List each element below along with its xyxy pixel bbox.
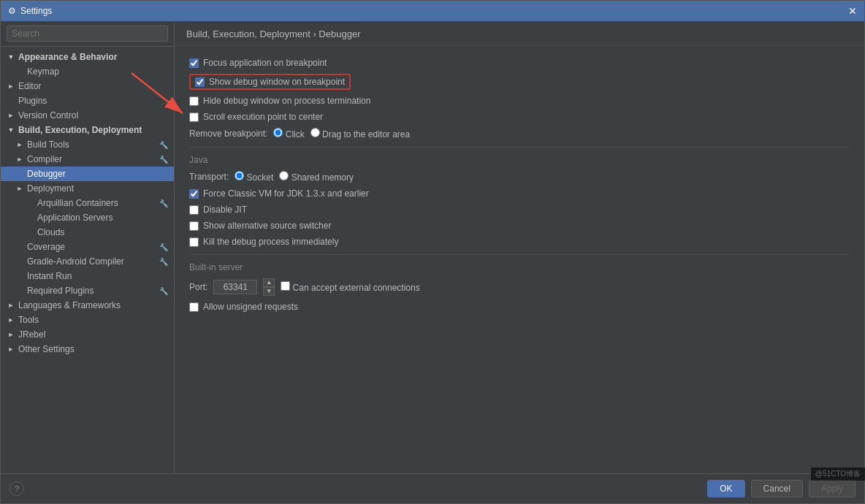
sidebar-item-label-jrebel: JRebel [18,329,45,340]
sidebar-item-build-execution[interactable]: ▼Build, Execution, Deployment [1,123,174,137]
sidebar-item-label-version-control: Version Control [18,110,78,121]
close-button[interactable]: ✕ [848,5,857,17]
rb-drag-label[interactable]: Drag to the editor area [310,128,410,140]
sidebar-item-label-tools: Tools [18,315,39,325]
java-text-force-classic: Force Classic VM for JDK 1.3.x and earli… [203,188,369,199]
settings-panel: Focus application on breakpointShow debu… [175,46,864,473]
sidebar-item-icon-build-tools: 🔧 [159,141,168,149]
java-label-disable-jit[interactable]: Disable JIT [189,205,247,215]
sidebar-item-version-control[interactable]: ►Version Control [1,108,174,123]
text-focus-app: Focus application on breakpoint [203,58,327,68]
sidebar-item-clouds[interactable]: Clouds [1,225,174,240]
cancel-button[interactable]: Cancel [751,480,803,497]
can-accept-text: Can accept external connections [293,283,420,293]
settings-icon: ⚙ [8,6,16,16]
java-label-force-classic[interactable]: Force Classic VM for JDK 1.3.x and earli… [189,188,369,199]
rb-drag-text: Drag to the editor area [322,129,410,140]
checkbox-hide-debug-window[interactable] [189,96,199,106]
sidebar-item-label-instant-run: Instant Run [27,271,72,281]
java-checkbox-kill-debug[interactable] [189,237,199,247]
sidebar-item-required-plugins[interactable]: Required Plugins🔧 [1,283,174,298]
tree-arrow-build-execution: ▼ [7,126,15,134]
sidebar-item-keymap[interactable]: Keymap [1,64,174,79]
sidebar-item-jrebel[interactable]: ►JRebel [1,327,174,342]
search-box [1,21,174,47]
remove-breakpoint-label: Remove breakpoint: [189,129,267,139]
highlighted-wrapper-show-debug-window: Show debug window on breakpoint [189,74,351,90]
setting-row-hide-debug-window: Hide debug window on process termination [189,93,850,109]
sidebar-item-label-build-tools: Build Tools [27,140,69,150]
sidebar-item-label-arquillian: Arquillian Containers [37,198,118,208]
sidebar-item-instant-run[interactable]: Instant Run [1,269,174,283]
java-checkbox-show-alt-source[interactable] [189,221,199,231]
help-button[interactable]: ? [9,481,24,496]
tree-arrow-build-tools: ► [15,141,24,148]
sidebar-item-icon-compiler: 🔧 [159,156,168,164]
shared-memory-text: Shared memory [291,172,354,183]
sidebar-item-arquillian[interactable]: Arquillian Containers🔧 [1,196,174,210]
port-up-button[interactable]: ▲ [263,278,275,287]
rb-click-text: Click [286,129,305,140]
rb-drag-radio[interactable] [310,128,320,137]
sidebar-item-label-app-servers: Application Servers [37,213,113,223]
rb-click-radio[interactable] [273,128,283,137]
java-setting-row-kill-debug: Kill the debug process immediately [189,234,850,250]
label-scroll-exec[interactable]: Scroll execution point to center [189,112,323,122]
sidebar-item-coverage[interactable]: Coverage🔧 [1,240,174,254]
text-scroll-exec: Scroll execution point to center [203,112,323,122]
can-accept-label[interactable]: Can accept external connections [281,281,419,293]
sidebar-item-label-gradle-android: Gradle-Android Compiler [27,256,124,267]
builtin-server-section-label: Built-in server [189,254,850,275]
main-content-area: ▼Appearance & BehaviorKeymap►EditorPlugi… [1,21,864,473]
allow-unsigned-checkbox[interactable] [189,302,199,312]
sidebar-item-tools[interactable]: ►Tools [1,313,174,327]
settings-window: ⚙ Settings ✕ ▼Appearance & BehaviorKeyma… [0,0,865,504]
socket-label[interactable]: Socket [235,171,273,183]
sidebar-item-appearance[interactable]: ▼Appearance & Behavior [1,50,174,64]
sidebar-item-languages[interactable]: ►Languages & Frameworks [1,298,174,313]
java-label-show-alt-source[interactable]: Show alternative source switcher [189,221,331,231]
tree-arrow-tools: ► [7,316,15,324]
port-down-button[interactable]: ▼ [263,287,275,296]
port-spinner[interactable]: ▲ ▼ [263,278,275,296]
apply-button[interactable]: Apply [809,480,856,497]
sidebar-item-compiler[interactable]: ►Compiler🔧 [1,152,174,167]
search-input[interactable] [7,26,168,42]
socket-radio[interactable] [235,171,244,180]
sidebar-item-editor[interactable]: ►Editor [1,79,174,93]
java-checkbox-force-classic[interactable] [189,189,199,199]
java-checkbox-disable-jit[interactable] [189,205,199,215]
label-hide-debug-window[interactable]: Hide debug window on process termination [189,96,370,106]
checkbox-focus-app[interactable] [189,58,199,68]
sidebar-item-app-servers[interactable]: Application Servers [1,210,174,225]
window-title: Settings [20,6,52,16]
port-input[interactable] [213,280,257,294]
sidebar-item-deployment[interactable]: ►Deployment [1,181,174,196]
java-label-kill-debug[interactable]: Kill the debug process immediately [189,237,338,247]
sidebar-item-other-settings[interactable]: ►Other Settings [1,342,174,356]
rb-click-label[interactable]: Click [273,128,304,140]
checkbox-scroll-exec[interactable] [189,112,199,122]
title-bar-left: ⚙ Settings [8,6,52,16]
sidebar-item-build-tools[interactable]: ►Build Tools🔧 [1,137,174,152]
sidebar-item-label-debugger: Debugger [27,169,66,179]
sidebar-item-label-build-execution: Build, Execution, Deployment [18,125,142,135]
sidebar-item-debugger[interactable]: Debugger [1,167,174,181]
can-accept-checkbox[interactable] [281,281,290,291]
setting-row-focus-app: Focus application on breakpoint [189,55,850,71]
shared-memory-radio[interactable] [279,171,289,180]
sidebar-item-label-other-settings: Other Settings [18,344,75,354]
allow-unsigned-label[interactable]: Allow unsigned requests [189,302,298,312]
tree-arrow-languages: ► [7,302,15,309]
ok-button[interactable]: OK [707,480,744,497]
watermark: @51CTO博客 [811,467,865,481]
socket-text: Socket [247,172,274,183]
shared-memory-label[interactable]: Shared memory [279,171,354,183]
label-show-debug-window[interactable]: Show debug window on breakpoint [195,77,345,87]
sidebar-tree: ▼Appearance & BehaviorKeymap►EditorPlugi… [1,47,174,473]
transport-row: Transport: Socket Shared memory [189,168,850,186]
sidebar-item-gradle-android[interactable]: Gradle-Android Compiler🔧 [1,254,174,269]
sidebar-item-plugins[interactable]: Plugins [1,93,174,108]
checkbox-show-debug-window[interactable] [195,77,205,87]
label-focus-app[interactable]: Focus application on breakpoint [189,58,327,68]
